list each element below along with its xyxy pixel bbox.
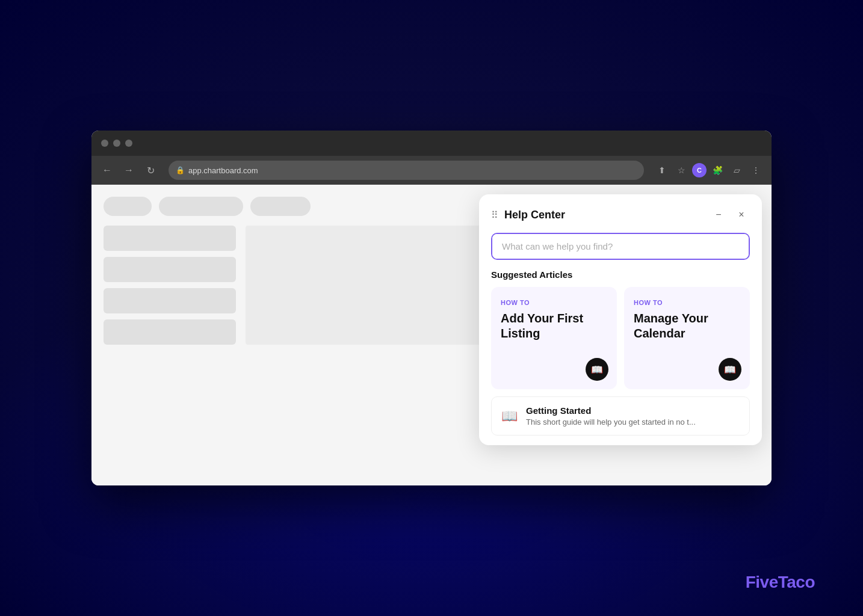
- help-minimize-button[interactable]: −: [710, 206, 727, 223]
- help-search-box[interactable]: [491, 233, 750, 260]
- extensions-icon[interactable]: 🧩: [709, 162, 726, 179]
- traffic-light-minimize[interactable]: [113, 140, 120, 147]
- sidebar-toggle-icon[interactable]: ▱: [728, 162, 745, 179]
- skeleton-item-1: [104, 226, 236, 251]
- skeleton-btn-2: [159, 197, 243, 216]
- suggested-articles-section: Suggested Articles HOW TO Add Your First…: [479, 270, 762, 445]
- skeleton-btn-3: [250, 197, 311, 216]
- profile-avatar[interactable]: C: [692, 163, 707, 177]
- article-card-1[interactable]: HOW TO Add Your First Listing 📖: [491, 287, 617, 389]
- article-avatar-2: 📖: [719, 358, 741, 381]
- article-tag-2: HOW TO: [634, 299, 740, 306]
- article-card-2[interactable]: HOW TO Manage Your Calendar 📖: [624, 287, 750, 389]
- skeleton-sidebar: [104, 226, 236, 345]
- traffic-light-close[interactable]: [101, 140, 108, 147]
- book-icon-2: 📖: [724, 364, 736, 375]
- article-title-1: Add Your First Listing: [501, 311, 607, 341]
- skeleton-item-2: [104, 257, 236, 282]
- help-panel-title: Help Center: [504, 209, 704, 221]
- browser-window: ← → ↻ 🔒 app.chartboard.com ⬆ ☆ C 🧩 ▱ ⋮: [91, 131, 772, 485]
- url-text: app.chartboard.com: [188, 166, 258, 175]
- article-cards-row: HOW TO Add Your First Listing 📖 HOW TO M…: [491, 287, 750, 389]
- refresh-button[interactable]: ↻: [142, 162, 159, 179]
- book-icon-1: 📖: [591, 364, 603, 375]
- getting-started-icon: 📖: [501, 408, 518, 424]
- forward-button[interactable]: →: [120, 162, 137, 179]
- article-title-2: Manage Your Calendar: [634, 311, 740, 341]
- lock-icon: 🔒: [176, 166, 185, 174]
- browser-toolbar: ← → ↻ 🔒 app.chartboard.com ⬆ ☆ C 🧩 ▱ ⋮: [91, 156, 772, 185]
- close-icon: ×: [738, 209, 744, 220]
- article-tag-1: HOW TO: [501, 299, 607, 306]
- skeleton-btn-1: [104, 197, 152, 216]
- skeleton-item-3: [104, 288, 236, 313]
- toolbar-actions: ⬆ ☆ C 🧩 ▱ ⋮: [654, 162, 764, 179]
- skeleton-item-4: [104, 319, 236, 345]
- browser-chrome: ← → ↻ 🔒 app.chartboard.com ⬆ ☆ C 🧩 ▱ ⋮: [91, 131, 772, 185]
- page-content: ⠿ Help Center − × Suggested Articles HOW…: [91, 185, 772, 485]
- article-avatar-1: 📖: [586, 358, 608, 381]
- suggested-articles-label: Suggested Articles: [491, 270, 750, 280]
- bookmark-icon[interactable]: ☆: [673, 162, 690, 179]
- forward-icon: →: [124, 165, 134, 176]
- menu-icon[interactable]: ⋮: [747, 162, 764, 179]
- titlebar: [91, 131, 772, 156]
- refresh-icon: ↻: [147, 165, 155, 176]
- help-search-input[interactable]: [492, 234, 749, 259]
- getting-started-title: Getting Started: [526, 405, 740, 416]
- brand-label: FiveTaco: [746, 573, 815, 592]
- getting-started-description: This short guide will help you get start…: [526, 417, 740, 427]
- help-panel-header: ⠿ Help Center − ×: [479, 194, 762, 233]
- help-close-button[interactable]: ×: [733, 206, 750, 223]
- share-icon[interactable]: ⬆: [654, 162, 670, 179]
- help-center-panel: ⠿ Help Center − × Suggested Articles HOW…: [479, 194, 762, 445]
- minimize-icon: −: [716, 209, 721, 220]
- back-button[interactable]: ←: [99, 162, 116, 179]
- address-bar[interactable]: 🔒 app.chartboard.com: [169, 161, 644, 180]
- getting-started-row[interactable]: 📖 Getting Started This short guide will …: [491, 396, 750, 436]
- getting-started-text: Getting Started This short guide will he…: [526, 405, 740, 427]
- back-icon: ←: [102, 165, 112, 176]
- grid-icon: ⠿: [491, 209, 498, 221]
- traffic-light-maximize[interactable]: [125, 140, 132, 147]
